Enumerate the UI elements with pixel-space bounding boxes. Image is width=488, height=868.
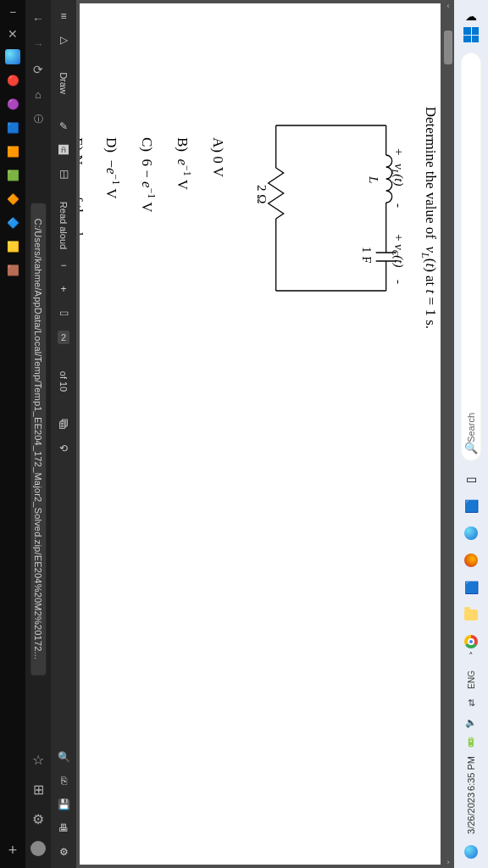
- zoom-out-button[interactable]: −: [60, 259, 66, 271]
- system-tray: ˄ ENG ⇅ 🔈 🔋 6:35 PM 3/26/2023: [462, 651, 480, 861]
- print-icon[interactable]: 🖶: [58, 822, 69, 834]
- time-label: 6:35 PM: [466, 756, 476, 791]
- answer-choices: A) 0 V B) e−1 V C) 6 − e−1 V D) −e−1 V E…: [80, 137, 229, 782]
- edge-minimized-icon[interactable]: [462, 843, 480, 861]
- vc-label: vC(t): [390, 244, 402, 268]
- choice-c: C) 6 − e−1 V: [136, 137, 159, 782]
- vl-minus-label: -: [391, 203, 402, 208]
- new-tab-button[interactable]: +: [8, 842, 18, 860]
- draw-label[interactable]: Draw: [58, 72, 69, 94]
- choice-a: A) 0 V: [207, 137, 229, 782]
- address-text: C:/Users/kahme/AppData/Local/Temp/Temp1_…: [30, 203, 46, 675]
- task-view-icon[interactable]: ▭: [462, 470, 480, 488]
- scroll-down-arrow[interactable]: ›: [442, 858, 454, 866]
- question-text: 1.In the following circuit, the inductan…: [418, 86, 441, 782]
- minimize-icon[interactable]: −: [9, 5, 16, 19]
- capacitor-value-label: 1 F: [359, 247, 373, 264]
- page-view-icon[interactable]: 🗐: [58, 419, 69, 431]
- tray-chevron-icon[interactable]: ˄: [469, 651, 474, 662]
- app-icon[interactable]: 🟦: [462, 578, 480, 597]
- tab-icon[interactable]: [5, 49, 20, 64]
- firefox-app-icon[interactable]: [462, 551, 480, 570]
- pdf-viewport: 1.In the following circuit, the inductan…: [76, 0, 454, 868]
- search-label: Search: [466, 413, 476, 442]
- pdf-page: 1.In the following circuit, the inductan…: [80, 3, 441, 865]
- resistor-value-label: 2 Ω: [254, 185, 268, 203]
- edge-app-icon[interactable]: [462, 524, 480, 542]
- scroll-up-arrow[interactable]: ‹: [442, 2, 454, 10]
- close-icon[interactable]: ✕: [8, 27, 18, 41]
- circuit-diagram: + vL(t) - + vC(t) - L 1 F 2 Ω: [247, 108, 402, 782]
- weather-widget[interactable]: ☁: [462, 7, 480, 25]
- lang-indicator[interactable]: ENG: [467, 670, 476, 689]
- scrollbar[interactable]: ‹ ›: [442, 0, 454, 868]
- rotate-icon[interactable]: ⟲: [59, 442, 68, 454]
- battery-icon[interactable]: 🔋: [465, 737, 477, 748]
- choice-d: D) −e−1 V: [100, 137, 124, 782]
- app-icon[interactable]: 🟦: [462, 497, 480, 515]
- wifi-icon[interactable]: ⇅: [468, 698, 475, 709]
- chrome-app-icon[interactable]: [462, 632, 480, 651]
- pen-icon[interactable]: ✎: [59, 120, 68, 132]
- draw-toggle-icon[interactable]: ▷: [60, 34, 68, 46]
- clock[interactable]: 6:35 PM 3/26/2023: [466, 756, 476, 834]
- start-button[interactable]: [462, 25, 480, 44]
- search-icon: 🔍: [464, 442, 478, 454]
- tab-icon[interactable]: 🟦: [5, 120, 20, 136]
- vl-plus-label: +: [391, 148, 402, 155]
- inductor-label: L: [366, 175, 380, 183]
- vc-plus-label: +: [391, 234, 402, 241]
- erase-icon[interactable]: ◫: [59, 168, 69, 180]
- choice-b: B) e−1 V: [171, 137, 195, 782]
- choice-e: E) None of the above: [80, 137, 88, 782]
- highlight-icon[interactable]: 🅰: [58, 144, 69, 156]
- tab-icon[interactable]: 🟣: [5, 97, 20, 112]
- page-of-label: of 10: [58, 371, 69, 392]
- read-aloud-button[interactable]: Read aloud: [58, 202, 69, 249]
- vl-label: vL(t): [390, 164, 402, 186]
- page-number-input[interactable]: 2: [58, 331, 69, 344]
- settings-icon[interactable]: ⚙: [32, 811, 44, 827]
- date-label: 3/26/2023: [466, 793, 476, 834]
- save-icon[interactable]: 💾: [58, 798, 70, 810]
- file-explorer-icon[interactable]: [462, 605, 480, 624]
- pdf-toolbar: ≡ ▷ Draw ✎ 🅰 ◫ Read aloud − + ▭ 2 of 10 …: [51, 0, 76, 868]
- menu-icon[interactable]: ≡: [60, 10, 66, 22]
- favorites-icon[interactable]: ☆: [32, 752, 44, 768]
- windows-taskbar: ☁ Search 🔍 ▭ 🟦 🟦 ˄ ENG ⇅ 🔈 🔋: [454, 0, 488, 868]
- collections-icon[interactable]: ⊞: [33, 782, 44, 798]
- profile-icon[interactable]: [30, 841, 46, 856]
- volume-icon[interactable]: 🔈: [465, 717, 477, 728]
- forward-button: →: [32, 37, 44, 51]
- toolbar-settings-icon[interactable]: ⚙: [59, 846, 69, 858]
- search-icon[interactable]: 🔍: [58, 751, 70, 763]
- taskbar-search[interactable]: Search 🔍: [461, 53, 481, 461]
- tab-icon[interactable]: 🔴: [5, 73, 20, 88]
- zoom-in-button[interactable]: +: [60, 283, 66, 295]
- scroll-thumb[interactable]: [444, 31, 452, 64]
- vc-minus-label: -: [391, 280, 402, 284]
- copy-icon[interactable]: ⎘: [61, 775, 67, 787]
- fit-icon[interactable]: ▭: [59, 307, 69, 319]
